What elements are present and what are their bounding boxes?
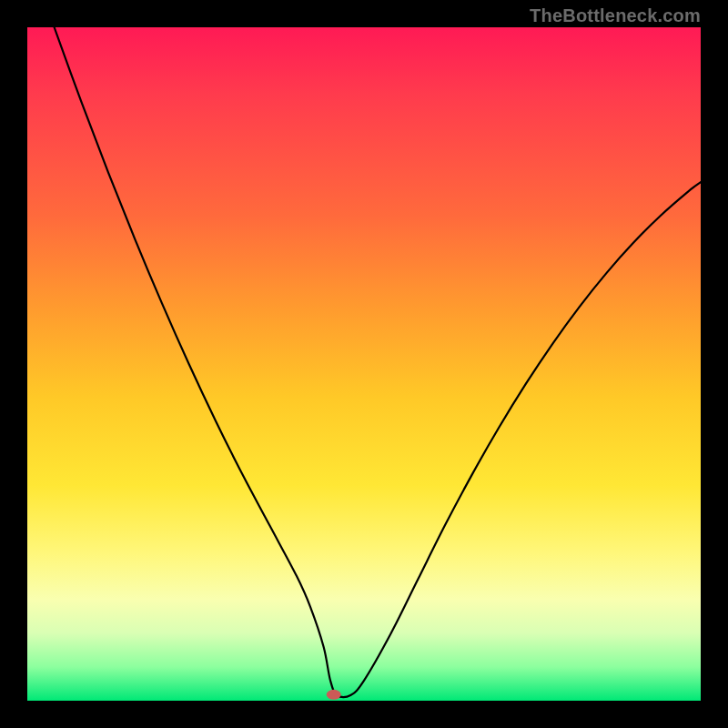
plot-area [27,27,701,701]
curve-layer [27,27,701,701]
minimum-marker [327,690,341,700]
chart-frame: TheBottleneck.com [0,0,728,728]
bottleneck-curve [55,27,701,697]
watermark-label: TheBottleneck.com [530,5,701,26]
